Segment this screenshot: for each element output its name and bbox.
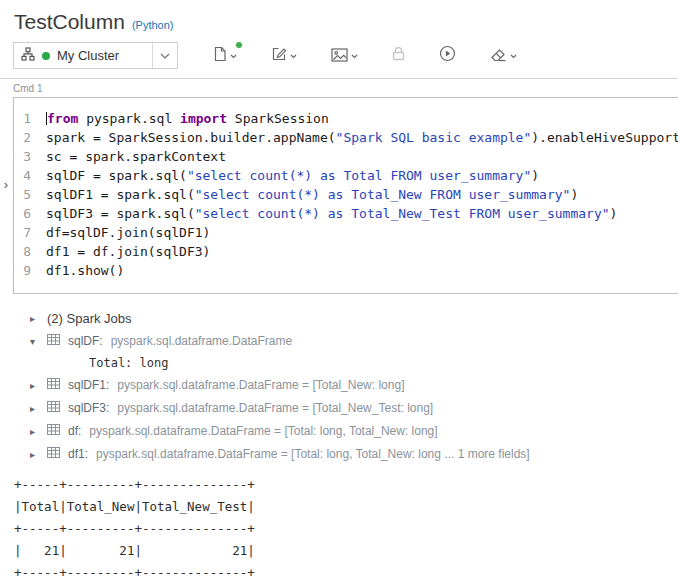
dataframe-output-row[interactable]: ▾sqlDF:pyspark.sql.dataframe.DataFrame [30, 330, 678, 353]
code-cell[interactable]: 1from pyspark.sql import SparkSession2sp… [13, 97, 678, 294]
code-line[interactable]: 8df1 = df.join(sqlDF3) [14, 242, 678, 261]
spark-jobs-row[interactable]: ▸(2) Spark Jobs [30, 307, 678, 330]
clear-button[interactable] [485, 42, 522, 69]
line-number: 1 [14, 109, 46, 128]
file-button[interactable] [208, 42, 242, 69]
output-label: sqlDF1: [68, 374, 109, 397]
code-line[interactable]: 2spark = SparkSession.builder.appName("S… [14, 128, 678, 147]
output-detail: pyspark.sql.dataframe.DataFrame = [Total… [117, 374, 404, 397]
line-number: 4 [14, 166, 46, 185]
image-button[interactable] [326, 42, 363, 69]
chevron-down-icon [510, 45, 517, 63]
show-output-table: +-----+---------+--------------+ |Total|… [14, 474, 678, 584]
output-label: df: [68, 420, 81, 443]
line-number: 8 [14, 242, 46, 261]
toolbar: My Cluster [0, 34, 678, 79]
chevron-down-icon[interactable]: ▾ [30, 330, 39, 353]
line-number: 5 [14, 185, 46, 204]
output-detail: pyspark.sql.dataframe.DataFrame = [Total… [117, 397, 433, 420]
table-icon [47, 374, 60, 397]
table-icon [47, 443, 60, 466]
cluster-status-dot [42, 52, 50, 60]
chevron-down-icon [351, 45, 358, 63]
chevron-right-icon[interactable]: ▸ [30, 397, 39, 420]
cluster-selector[interactable]: My Cluster [13, 42, 178, 69]
dataframe-output-row[interactable]: ▸df1:pyspark.sql.dataframe.DataFrame = [… [30, 443, 678, 466]
cluster-icon [21, 47, 35, 64]
notebook-header: TestColumn (Python) [0, 0, 678, 34]
output-detail: pyspark.sql.dataframe.DataFrame = [Total… [96, 443, 530, 466]
chevron-right-icon[interactable]: ▸ [30, 307, 39, 330]
output-detail: pyspark.sql.dataframe.DataFrame = [Total… [89, 420, 437, 443]
dataframe-output-row[interactable]: ▸sqlDF3:pyspark.sql.dataframe.DataFrame … [30, 397, 678, 420]
cell-output: ▸(2) Spark Jobs▾sqlDF:pyspark.sql.datafr… [30, 307, 678, 466]
table-icon [47, 420, 60, 443]
chevron-down-icon [290, 45, 297, 63]
line-number: 9 [14, 261, 46, 280]
code-line[interactable]: 4sqlDF = spark.sql("select count(*) as T… [14, 166, 678, 185]
run-button[interactable] [434, 42, 461, 69]
code-line[interactable]: 5sqlDF1 = spark.sql("select count(*) as … [14, 185, 678, 204]
line-number: 6 [14, 204, 46, 223]
table-icon [47, 330, 60, 353]
edit-icon [271, 46, 287, 66]
code-line[interactable]: 7df=sqlDF.join(sqlDF1) [14, 223, 678, 242]
edit-button[interactable] [266, 42, 302, 69]
toolbar-actions [208, 42, 522, 69]
output-label: sqlDF: [68, 330, 103, 353]
chevron-right-icon[interactable]: ▸ [30, 420, 39, 443]
code-editor[interactable]: 1from pyspark.sql import SparkSession2sp… [14, 109, 678, 280]
lock-button [387, 43, 410, 68]
page-title: TestColumn [14, 10, 125, 34]
lock-icon [392, 46, 405, 65]
code-line[interactable]: 3sc = spark.sparkContext [14, 147, 678, 166]
chevron-down-icon [230, 45, 237, 63]
cluster-name: My Cluster [57, 48, 119, 63]
chevron-right-icon[interactable]: ▸ [30, 443, 39, 466]
sidebar-expand-icon[interactable]: › [0, 172, 12, 196]
file-icon [213, 46, 227, 66]
line-number: 7 [14, 223, 46, 242]
image-icon [331, 48, 348, 66]
dataframe-output-row[interactable]: ▸df:pyspark.sql.dataframe.DataFrame = [T… [30, 420, 678, 443]
line-number: 3 [14, 147, 46, 166]
cmd-label: Cmd 1 [0, 79, 678, 97]
chevron-down-icon[interactable] [153, 43, 177, 68]
dataframe-output-row[interactable]: ▸sqlDF1:pyspark.sql.dataframe.DataFrame … [30, 374, 678, 397]
eraser-icon [490, 48, 507, 66]
output-label: df1: [68, 443, 88, 466]
code-line[interactable]: 6sqlDF3 = spark.sql("select count(*) as … [14, 204, 678, 223]
line-number: 2 [14, 128, 46, 147]
chevron-right-icon[interactable]: ▸ [30, 374, 39, 397]
table-icon [47, 397, 60, 420]
output-label: (2) Spark Jobs [47, 307, 132, 330]
output-label: sqlDF3: [68, 397, 109, 420]
notebook-language[interactable]: (Python) [132, 19, 174, 31]
code-line[interactable]: 1from pyspark.sql import SparkSession [14, 109, 678, 128]
dataframe-schema-field: Total: long [30, 353, 678, 374]
code-line[interactable]: 9df1.show() [14, 261, 678, 280]
output-detail: pyspark.sql.dataframe.DataFrame [111, 330, 292, 353]
notification-dot [236, 42, 242, 48]
run-icon [439, 45, 456, 66]
